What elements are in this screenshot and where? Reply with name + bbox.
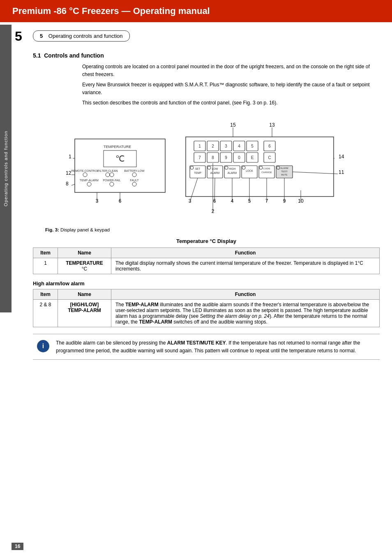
section-title: Operating controls and function xyxy=(48,33,123,39)
svg-text:1: 1 xyxy=(69,154,71,160)
temp-display-table: Item Name Function 1 TEMPERATURE°C The d… xyxy=(33,247,380,274)
body-para-3: This section describes the controls and … xyxy=(82,99,380,107)
svg-text:ALARM: ALARM xyxy=(281,167,288,169)
page-number: 16 xyxy=(12,543,23,550)
info-text: The audible alarm can be silenced by pre… xyxy=(56,339,376,354)
svg-text:15: 15 xyxy=(230,122,236,128)
svg-text:TEMP: TEMP xyxy=(194,171,201,174)
temp-table-row-1: 1 TEMPERATURE°C The digital display norm… xyxy=(33,258,380,274)
svg-line-79 xyxy=(71,184,75,185)
svg-text:REMOTE-CONTROL: REMOTE-CONTROL xyxy=(71,169,99,172)
svg-text:2: 2 xyxy=(212,144,214,148)
svg-text:12: 12 xyxy=(66,170,71,176)
svg-text:BATTERY-LOW: BATTERY-LOW xyxy=(124,169,145,172)
chapter-number: 5 xyxy=(12,27,25,46)
high-low-alarm-table: Item Name Function 2 & 8 [HIGH/LOW]TEMP-… xyxy=(33,289,380,327)
main-content: 5 Operating controls and function 5.1 Co… xyxy=(25,22,392,372)
alarm-row1-name: [HIGH/LOW]TEMP-ALARM xyxy=(58,299,111,327)
svg-text:11: 11 xyxy=(339,169,344,175)
svg-text:4: 4 xyxy=(238,144,240,148)
svg-point-12 xyxy=(87,182,91,186)
svg-text:POWER-FAIL: POWER-FAIL xyxy=(103,179,120,182)
alarm-table-row-1: 2 & 8 [HIGH/LOW]TEMP-ALARM The TEMP-ALAR… xyxy=(33,299,380,327)
svg-text:TEMPERATURE: TEMPERATURE xyxy=(104,145,131,149)
svg-text:1: 1 xyxy=(198,144,201,148)
svg-text:FAULT: FAULT xyxy=(130,179,139,182)
temp-table-col-item: Item xyxy=(33,247,58,258)
body-para-2: Every New Brunswick freezer is equipped … xyxy=(82,81,380,96)
svg-text:CHANGE: CHANGE xyxy=(261,171,272,173)
svg-text:3: 3 xyxy=(225,144,227,148)
svg-text:CODE: CODE xyxy=(263,167,270,170)
alarm-row1-item: 2 & 8 xyxy=(33,299,58,327)
svg-text:14: 14 xyxy=(339,154,344,160)
info-icon: i xyxy=(37,340,49,352)
svg-text:0: 0 xyxy=(238,155,240,160)
svg-point-47 xyxy=(208,166,211,169)
svg-line-73 xyxy=(293,172,338,174)
svg-point-58 xyxy=(259,166,263,169)
svg-point-5 xyxy=(83,173,87,177)
body-para-1: Operating controls are located on a cont… xyxy=(82,63,380,78)
svg-text:13: 13 xyxy=(269,122,275,128)
svg-text:ALARM: ALARM xyxy=(210,171,219,174)
alarm-row1-function: The TEMP-ALARM illuminates and the audib… xyxy=(111,299,380,327)
header-bar: Premium -86 °C Freezers — Operating manu… xyxy=(0,0,392,22)
info-box: i The audible alarm can be silenced by p… xyxy=(33,334,380,360)
alarm-table-col-item: Item xyxy=(33,289,58,299)
fig-text: Display panel & keypad xyxy=(60,227,110,232)
svg-text:MUTE: MUTE xyxy=(281,173,288,176)
svg-text:8: 8 xyxy=(66,181,69,187)
svg-point-43 xyxy=(190,166,194,169)
header-title: Premium -86 °C Freezers — Operating manu… xyxy=(12,6,210,16)
svg-text:5: 5 xyxy=(251,144,254,148)
high-low-alarm-heading: High alarm/low alarm xyxy=(33,281,380,287)
svg-text:7: 7 xyxy=(198,155,201,160)
svg-text:TEMP-ALARM: TEMP-ALARM xyxy=(80,179,99,182)
svg-text:9: 9 xyxy=(225,155,227,160)
fig-label: Fig. 3: xyxy=(45,227,59,232)
temp-display-heading: Temperature °C Display xyxy=(33,238,380,244)
section-bar: 5 Operating controls and function xyxy=(33,30,130,42)
fig-caption: Fig. 3: Display panel & keypad xyxy=(45,227,380,232)
svg-text:HIGH: HIGH xyxy=(229,167,236,170)
side-tab-text: Operating controls and function xyxy=(3,131,8,206)
svg-point-14 xyxy=(110,182,114,186)
svg-text:C: C xyxy=(268,155,271,160)
temp-table-col-name: Name xyxy=(58,247,111,258)
svg-point-16 xyxy=(132,182,136,186)
svg-point-10 xyxy=(132,173,136,177)
side-tab: Operating controls and function xyxy=(0,25,12,312)
alarm-table-col-function: Function xyxy=(111,289,380,299)
subsection-heading: 5.1 Controls and function xyxy=(33,52,380,59)
svg-text:FILTER-CLEAN: FILTER-CLEAN xyxy=(97,169,118,172)
svg-point-55 xyxy=(242,166,245,169)
temp-row1-item: 1 xyxy=(33,258,58,274)
svg-text:ALARM: ALARM xyxy=(228,171,237,174)
temp-table-col-function: Function xyxy=(111,247,380,258)
temp-row1-function: The digital display normally shows the c… xyxy=(111,258,380,274)
temp-row1-name: TEMPERATURE°C xyxy=(58,258,111,274)
svg-line-85 xyxy=(190,178,198,202)
svg-text:E: E xyxy=(251,155,254,160)
svg-text:SET: SET xyxy=(195,167,201,170)
svg-point-7 xyxy=(106,173,110,177)
svg-point-51 xyxy=(225,166,228,169)
svg-text:8: 8 xyxy=(212,155,214,160)
svg-text:TEST/: TEST/ xyxy=(281,170,288,173)
diagram-svg: TEMPERATURE ℃ REMOTE-CONTROL FILTER-CLEA… xyxy=(62,114,350,225)
section-number: 5 xyxy=(40,33,43,39)
svg-text:6: 6 xyxy=(268,144,271,148)
svg-point-8 xyxy=(110,173,114,177)
svg-text:℃: ℃ xyxy=(115,154,125,163)
alarm-table-col-name: Name xyxy=(58,289,111,299)
diagram-area: TEMPERATURE ℃ REMOTE-CONTROL FILTER-CLEA… xyxy=(62,114,350,225)
svg-text:LOCK: LOCK xyxy=(246,169,253,172)
